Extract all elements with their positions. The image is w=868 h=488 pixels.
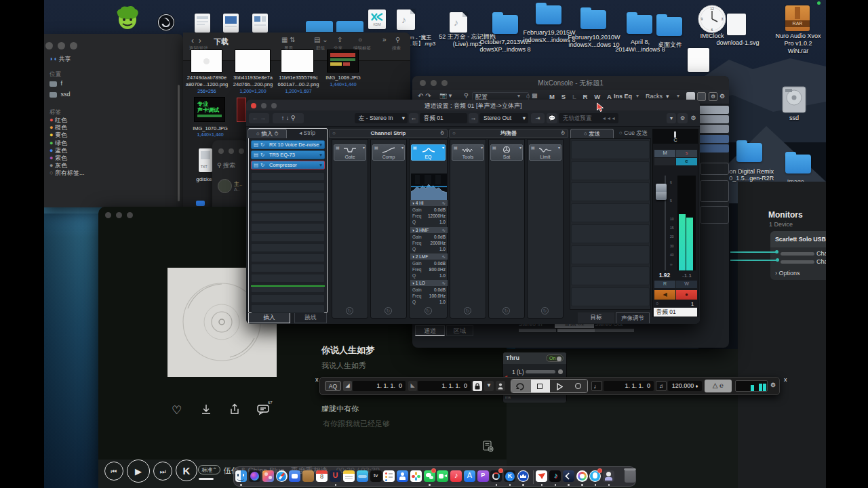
svg-text:6: 6: [711, 28, 713, 32]
svg-text:12: 12: [710, 7, 714, 11]
svg-text:9: 9: [701, 17, 703, 21]
svg-text:3: 3: [722, 17, 724, 21]
